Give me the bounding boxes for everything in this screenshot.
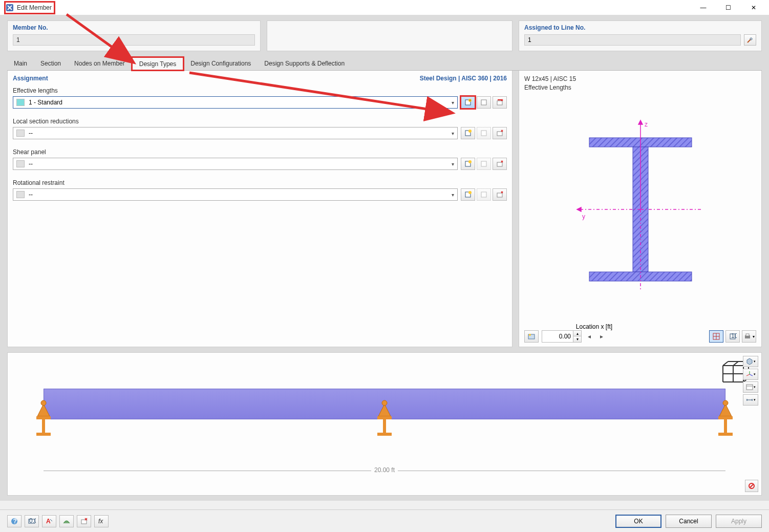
edit-rotational-restraint-button (477, 188, 491, 201)
app-icon (6, 4, 14, 12)
tab-main[interactable]: Main (7, 56, 34, 70)
assignment-code: Steel Design | AISC 360 | 2016 (420, 75, 507, 82)
assigned-input[interactable] (524, 34, 741, 46)
color-swatch-icon (16, 191, 25, 198)
view3d-panel[interactable]: 20.00 ft ▾ ▾ ▾ ▾ (7, 352, 762, 496)
view-mode-1-button[interactable] (709, 330, 723, 343)
titlebar: Edit Member — ☐ ✕ (0, 0, 769, 15)
chevron-down-icon: ▾ (452, 161, 454, 167)
support-mid (374, 399, 395, 440)
chevron-down-icon: ▾ (452, 192, 454, 198)
rotational-restraint-dropdown[interactable]: -- ▾ (13, 188, 458, 201)
location-input[interactable] (542, 331, 573, 342)
edit-lsr-button (477, 127, 491, 139)
view3d-cube-button[interactable]: ▾ (743, 356, 758, 367)
local-section-reductions-label: Local section reductions (13, 118, 507, 125)
effective-lengths-dropdown[interactable]: 1 - Standard ▾ (13, 96, 458, 109)
new-rotational-restraint-button[interactable] (461, 188, 475, 201)
ok-button[interactable]: OK (615, 515, 661, 528)
svg-marker-36 (37, 404, 50, 416)
assignment-heading: Assignment (13, 75, 48, 82)
view3d-display-button[interactable]: ▾ (743, 381, 758, 393)
view-mode-2-button[interactable]: 100 (725, 330, 740, 343)
assigned-label: Assigned to Line No. (524, 24, 756, 31)
window-title: Edit Member (17, 4, 52, 11)
location-next-button[interactable]: ▸ (597, 330, 606, 343)
svg-text:A: A (46, 518, 51, 525)
field-local-section-reductions: Local section reductions -- ▾ (13, 118, 507, 139)
svg-rect-45 (377, 433, 392, 436)
shear-panel-value: -- (29, 160, 33, 167)
svg-rect-5 (497, 101, 502, 105)
color-swatch-icon (16, 130, 25, 137)
rotational-restraint-label: Rotational restraint (13, 179, 507, 186)
units-button[interactable]: 0.00 (25, 515, 39, 527)
effective-lengths-value: 1 - Standard (29, 99, 62, 106)
delete-effective-length-button[interactable] (493, 96, 507, 109)
clear-button[interactable] (77, 515, 91, 527)
view3d-axes-button[interactable]: ▾ (743, 369, 758, 380)
svg-rect-38 (36, 416, 51, 419)
delete-rotational-restraint-button[interactable] (493, 188, 507, 201)
help-button[interactable]: ? (7, 515, 22, 527)
shade-button[interactable] (59, 515, 74, 527)
support-right (715, 399, 736, 440)
location-prev-button[interactable]: ◂ (585, 330, 594, 343)
new-shear-panel-button[interactable] (461, 158, 475, 170)
svg-point-7 (468, 130, 472, 133)
edit-effective-length-button[interactable] (477, 96, 491, 109)
chevron-down-icon: ▾ (452, 131, 454, 136)
view3d-reset-button[interactable] (745, 480, 758, 492)
tab-section[interactable]: Section (34, 56, 68, 70)
tabs-row: Main Section Nodes on Member Design Type… (0, 56, 769, 71)
local-section-reductions-dropdown[interactable]: -- ▾ (13, 127, 458, 139)
shear-panel-label: Shear panel (13, 148, 507, 156)
close-button[interactable]: ✕ (742, 0, 765, 15)
spinner-down[interactable]: ▾ (573, 336, 581, 342)
bottom-bar: ? 0.00 A fx OK Cancel Apply (0, 509, 769, 532)
svg-rect-4 (481, 100, 486, 105)
minimize-button[interactable]: — (692, 0, 715, 15)
tab-design-types[interactable]: Design Types (132, 57, 184, 71)
svg-marker-46 (719, 404, 732, 416)
svg-marker-24 (638, 120, 643, 124)
dimension-text: 20.00 ft (371, 466, 398, 474)
color-swatch-icon (16, 99, 25, 106)
axis-z-label: z (645, 121, 648, 128)
formula-button[interactable]: fx (94, 515, 109, 527)
svg-rect-17 (497, 193, 502, 197)
svg-rect-58 (81, 520, 87, 524)
header-row: Member No. Assigned to Line No. (0, 15, 769, 56)
member-no-input[interactable] (13, 34, 255, 46)
tab-design-supports[interactable]: Design Supports & Deflection (258, 56, 351, 70)
shear-panel-dropdown[interactable]: -- ▾ (13, 158, 458, 170)
assignment-pane: Assignment Steel Design | AISC 360 | 201… (7, 71, 512, 347)
svg-rect-44 (383, 419, 386, 435)
pick-line-button[interactable] (744, 34, 756, 46)
location-spinner[interactable]: ▴▾ (542, 330, 582, 343)
rotational-restraint-value: -- (29, 191, 33, 198)
view3d-row: 20.00 ft ▾ ▾ ▾ ▾ (0, 352, 769, 501)
svg-rect-51 (746, 385, 753, 390)
new-lsr-button[interactable] (461, 127, 475, 139)
preview-pane: W 12x45 | AISC 15 Effective Lengths (519, 71, 762, 347)
svg-rect-39 (42, 419, 45, 435)
svg-point-15 (468, 191, 472, 194)
spinner-up[interactable]: ▴ (573, 331, 581, 336)
preview-settings-button[interactable] (524, 330, 539, 343)
svg-point-37 (41, 400, 46, 406)
view3d-dimension-button[interactable]: ▾ (743, 394, 758, 406)
tab-design-config[interactable]: Design Configurations (184, 56, 258, 70)
cancel-button[interactable]: Cancel (666, 515, 712, 528)
main-row: Assignment Steel Design | AISC 360 | 201… (0, 71, 769, 352)
delete-shear-panel-button[interactable] (493, 158, 507, 170)
field-effective-lengths: Effective lengths 1 - Standard ▾ (13, 87, 507, 109)
maximize-button[interactable]: ☐ (717, 0, 740, 15)
label-button[interactable]: A (42, 515, 56, 527)
svg-rect-43 (377, 416, 392, 419)
new-effective-length-button[interactable] (461, 96, 475, 109)
print-button[interactable]: ▾ (742, 330, 756, 343)
tab-nodes[interactable]: Nodes on Member (68, 56, 132, 70)
delete-lsr-button[interactable] (493, 127, 507, 139)
svg-marker-41 (378, 404, 391, 416)
